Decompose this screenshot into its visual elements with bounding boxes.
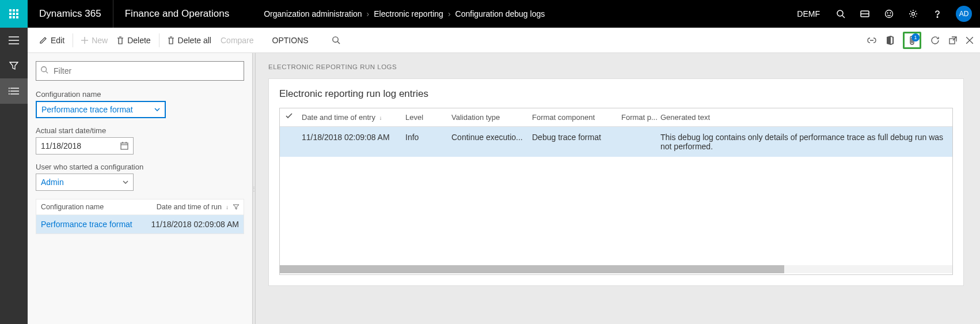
delete-all-button[interactable]: Delete all xyxy=(163,33,216,47)
attach-count: 1 xyxy=(911,33,920,42)
checkmark-icon[interactable] xyxy=(286,113,302,122)
office-icon[interactable] xyxy=(886,36,894,45)
company-code[interactable]: DEMF xyxy=(797,9,820,18)
config-name-value: Performance trace format xyxy=(41,105,133,114)
svg-line-30 xyxy=(337,42,340,44)
popout-icon[interactable] xyxy=(949,36,957,44)
breadcrumb-item[interactable]: Electronic reporting xyxy=(374,9,443,18)
svg-line-35 xyxy=(46,71,48,74)
svg-point-16 xyxy=(912,13,915,16)
svg-rect-1 xyxy=(13,9,15,12)
svg-point-13 xyxy=(886,10,893,18)
options-button[interactable]: OPTIONS xyxy=(268,33,313,47)
chevron-right-icon: › xyxy=(367,9,370,18)
search-icon xyxy=(40,66,48,74)
delete-button[interactable]: Delete xyxy=(112,33,155,47)
waffle-button[interactable] xyxy=(0,0,28,28)
row-valid: Continue executio... xyxy=(451,133,532,142)
new-label: New xyxy=(92,36,108,45)
svg-point-25 xyxy=(9,91,9,92)
svg-point-24 xyxy=(9,88,9,89)
refresh-icon[interactable] xyxy=(930,36,940,45)
col-gen[interactable]: Generated text xyxy=(660,113,947,122)
attachments-button[interactable]: 1 xyxy=(903,32,921,49)
funnel-icon[interactable] xyxy=(233,204,239,210)
svg-point-9 xyxy=(837,10,843,16)
grid-row[interactable]: 11/18/2018 02:09:08 AM Info Continue exe… xyxy=(280,127,952,157)
help-icon[interactable] xyxy=(932,8,943,20)
row-gen: This debug log contains only details of … xyxy=(660,133,947,151)
user-value: Admin xyxy=(41,178,64,187)
list-col-config[interactable]: Configuration name xyxy=(41,203,157,211)
breadcrumb: Organization administration › Electronic… xyxy=(264,9,797,18)
smiley-icon[interactable] xyxy=(883,8,895,20)
detail-panel: Electronic reporting run logs Electronic… xyxy=(256,53,980,324)
svg-point-14 xyxy=(887,13,888,13)
date-input[interactable]: 11/18/2018 xyxy=(36,137,134,155)
breadcrumb-item[interactable]: Configuration debug logs xyxy=(455,9,545,18)
action-bar: Edit New Delete Delete all Compare OPTIO… xyxy=(28,28,980,53)
close-icon[interactable] xyxy=(966,37,973,44)
list-row[interactable]: Performance trace format 11/18/2018 02:0… xyxy=(36,215,244,233)
user-select[interactable]: Admin xyxy=(36,174,134,191)
svg-rect-8 xyxy=(16,16,18,18)
date-label: Actual start date/time xyxy=(36,126,244,135)
svg-rect-4 xyxy=(13,13,15,15)
funnel-icon[interactable] xyxy=(0,53,28,78)
svg-point-29 xyxy=(332,37,337,42)
user-label: User who started a configuration xyxy=(36,163,244,171)
svg-point-17 xyxy=(937,17,938,18)
link-icon[interactable] xyxy=(867,37,876,43)
edit-label: Edit xyxy=(51,36,64,45)
hamburger-icon[interactable] xyxy=(0,28,28,53)
action-search-button[interactable] xyxy=(327,33,345,47)
chevron-down-icon xyxy=(123,180,128,184)
col-format[interactable]: Format component xyxy=(532,113,621,122)
col-level[interactable]: Level xyxy=(405,113,451,122)
col-path[interactable]: Format p... xyxy=(621,113,660,122)
search-icon[interactable] xyxy=(835,8,846,20)
delete-all-label: Delete all xyxy=(178,36,211,45)
svg-rect-3 xyxy=(9,13,12,15)
svg-point-15 xyxy=(890,13,891,13)
edit-button[interactable]: Edit xyxy=(35,33,69,47)
list-col-date[interactable]: Date and time of run xyxy=(157,203,222,211)
avatar[interactable]: AD xyxy=(956,6,972,22)
left-rail xyxy=(0,28,28,324)
list-row-date: 11/18/2018 02:09:08 AM xyxy=(151,220,239,229)
row-fmt: Debug trace format xyxy=(532,133,621,142)
svg-point-26 xyxy=(9,94,9,95)
module-title: Finance and Operations xyxy=(113,8,241,20)
messages-icon[interactable] xyxy=(859,8,871,20)
filter-input[interactable] xyxy=(36,61,244,81)
row-level: Info xyxy=(405,133,451,142)
svg-line-10 xyxy=(842,16,845,18)
sort-down-icon: ↓ xyxy=(379,115,382,121)
col-date[interactable]: Date and time of entry ↓ xyxy=(302,113,405,122)
chevron-right-icon: › xyxy=(448,9,451,18)
app-title: Dynamics 365 xyxy=(28,0,113,28)
svg-rect-0 xyxy=(9,9,12,12)
filter-panel: Configuration name Performance trace for… xyxy=(28,53,252,324)
horizontal-scrollbar[interactable] xyxy=(280,265,952,273)
svg-point-34 xyxy=(41,67,47,72)
section-label: Electronic reporting run logs xyxy=(268,63,964,70)
new-button[interactable]: New xyxy=(77,33,112,47)
log-grid: Date and time of entry ↓ Level Validatio… xyxy=(279,108,953,275)
date-value: 11/18/2018 xyxy=(41,141,81,150)
svg-rect-5 xyxy=(16,13,18,15)
chevron-down-icon xyxy=(154,108,160,111)
sort-down-icon: ↓ xyxy=(226,204,229,210)
options-label: OPTIONS xyxy=(272,36,309,45)
breadcrumb-item[interactable]: Organization administration xyxy=(264,9,362,18)
svg-rect-36 xyxy=(121,143,128,149)
calendar-icon[interactable] xyxy=(120,142,128,150)
delete-label: Delete xyxy=(127,36,150,45)
svg-rect-6 xyxy=(9,16,12,18)
gear-icon[interactable] xyxy=(907,8,919,20)
col-valid[interactable]: Validation type xyxy=(451,113,532,122)
list-icon[interactable] xyxy=(0,78,28,104)
compare-button[interactable]: Compare xyxy=(216,33,259,47)
config-name-select[interactable]: Performance trace format xyxy=(36,101,166,118)
svg-rect-2 xyxy=(16,9,18,12)
